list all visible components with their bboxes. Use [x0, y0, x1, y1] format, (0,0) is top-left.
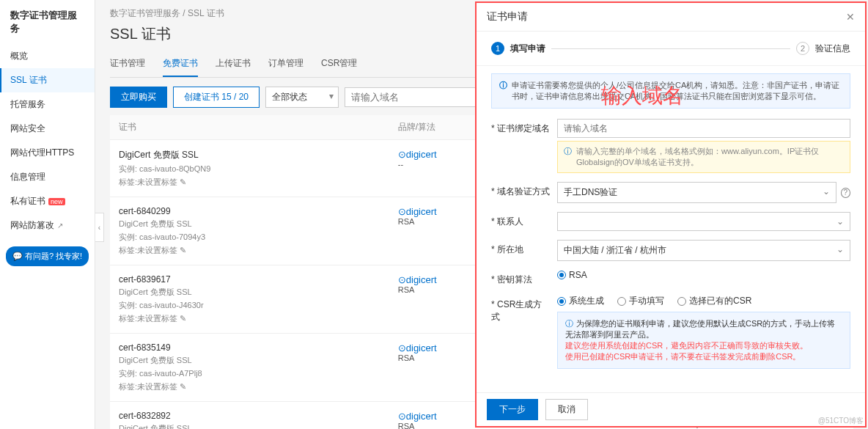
- sidebar-item-hosting[interactable]: 托管服务: [0, 92, 95, 117]
- watermark: @51CTO博客: [818, 416, 864, 426]
- csr-manual-radio[interactable]: 手动填写: [617, 295, 664, 307]
- drawer-title: 证书申请: [487, 10, 528, 23]
- domain-hint: ⓘ请输入完整的单个域名，域名格式例如：www.aliyun.com。IP证书仅G…: [557, 141, 850, 173]
- tab-upload[interactable]: 上传证书: [216, 51, 251, 77]
- algo-label: 密钥算法: [491, 270, 550, 286]
- create-button[interactable]: 创建证书 15 / 20: [173, 87, 260, 108]
- csr-label: CSR生成方式: [491, 295, 550, 323]
- sidebar-item-overview[interactable]: 概览: [0, 44, 95, 68]
- algo-rsa-radio[interactable]: RSA: [557, 270, 587, 280]
- contact-select[interactable]: [557, 212, 850, 231]
- sidebar: 数字证书管理服务 概览 SSL 证书 托管服务 网站安全 网站代理HTTPS 信…: [0, 0, 95, 429]
- tab-manage[interactable]: 证书管理: [110, 51, 145, 77]
- sidebar-item-private[interactable]: 私有证书new: [0, 189, 95, 213]
- sidebar-item-security[interactable]: 网站安全: [0, 117, 95, 141]
- sidebar-item-ssl[interactable]: SSL 证书: [0, 68, 95, 92]
- close-icon[interactable]: ✕: [846, 11, 855, 23]
- help-button[interactable]: 💬 有问题? 找专家!: [6, 246, 89, 266]
- cert-name: cert-6832892 DigiCert 免费版 SSL 实例: cas-iv…: [119, 411, 398, 429]
- sidebar-item-proxy[interactable]: 网站代理HTTPS: [0, 141, 95, 165]
- info-icon: ⓘ: [565, 319, 573, 328]
- contact-label: 联系人: [491, 212, 550, 228]
- sidebar-item-info[interactable]: 信息管理: [0, 165, 95, 189]
- verify-select[interactable]: 手工DNS验证: [557, 182, 836, 203]
- step-2-label: 验证信息: [815, 43, 850, 55]
- location-select[interactable]: 中国大陆 / 浙江省 / 杭州市: [557, 240, 850, 261]
- info-alert: ⓘ申请证书需要将您提供的个人/公司信息提交给CA机构，请知悉。注意：非国产证书，…: [491, 73, 850, 109]
- sidebar-item-tamper[interactable]: 网站防篡改↗: [0, 213, 95, 238]
- cert-name: cert-6835149 DigiCert 免费版 SSL 实例: cas-iv…: [119, 342, 398, 392]
- domain-label: 证书绑定域名: [491, 119, 550, 135]
- location-label: 所在地: [491, 240, 550, 256]
- cancel-button[interactable]: 取消: [545, 399, 588, 420]
- csr-note: ⓘ为保障您的证书顺利申请，建议您使用默认生成CSR的方式，手动上传将无法部署到阿…: [557, 312, 850, 369]
- info-icon: ⓘ: [564, 146, 572, 168]
- tab-free[interactable]: 免费证书: [163, 51, 198, 77]
- buy-button[interactable]: 立即购买: [110, 87, 167, 108]
- steps: 1 填写申请 2 验证信息: [477, 32, 865, 66]
- domain-input[interactable]: [557, 119, 850, 138]
- drawer-footer: 下一步 取消: [477, 392, 865, 426]
- step-2-num: 2: [796, 42, 809, 55]
- step-1-label: 填写申请: [510, 43, 545, 55]
- drawer: 证书申请 ✕ 1 填写申请 2 验证信息 ⓘ申请证书需要将您提供的个人/公司信息…: [475, 1, 867, 428]
- cert-name: cert-6839617 DigiCert 免费版 SSL 实例: cas-iv…: [119, 274, 398, 324]
- tab-csr[interactable]: CSR管理: [321, 51, 357, 77]
- next-button[interactable]: 下一步: [487, 399, 538, 420]
- breadcrumb-root[interactable]: 数字证书管理服务: [110, 8, 180, 18]
- tab-order[interactable]: 订单管理: [268, 51, 304, 77]
- sidebar-title: 数字证书管理服务: [0, 0, 95, 44]
- form: 证书绑定域名 ⓘ请输入完整的单个域名，域名格式例如：www.aliyun.com…: [477, 116, 865, 385]
- help-icon[interactable]: ?: [841, 188, 850, 198]
- step-1-num: 1: [491, 42, 504, 55]
- verify-label: 域名验证方式: [491, 182, 550, 198]
- search-input[interactable]: [345, 87, 477, 107]
- info-icon: ⓘ: [499, 80, 507, 102]
- cert-name: DigiCert 免费版 SSL 实例: cas-ivauto-8QbQN9 标…: [119, 149, 398, 188]
- csr-system-radio[interactable]: 系统生成: [557, 295, 604, 307]
- sidebar-collapse[interactable]: ‹: [95, 213, 104, 242]
- new-badge: new: [48, 198, 65, 205]
- csr-existing-radio[interactable]: 选择已有的CSR: [677, 295, 751, 307]
- status-filter[interactable]: 全部状态: [265, 87, 339, 108]
- cert-name: cert-6840299 DigiCert 免费版 SSL 实例: cas-iv…: [119, 206, 398, 256]
- external-icon: ↗: [57, 221, 63, 230]
